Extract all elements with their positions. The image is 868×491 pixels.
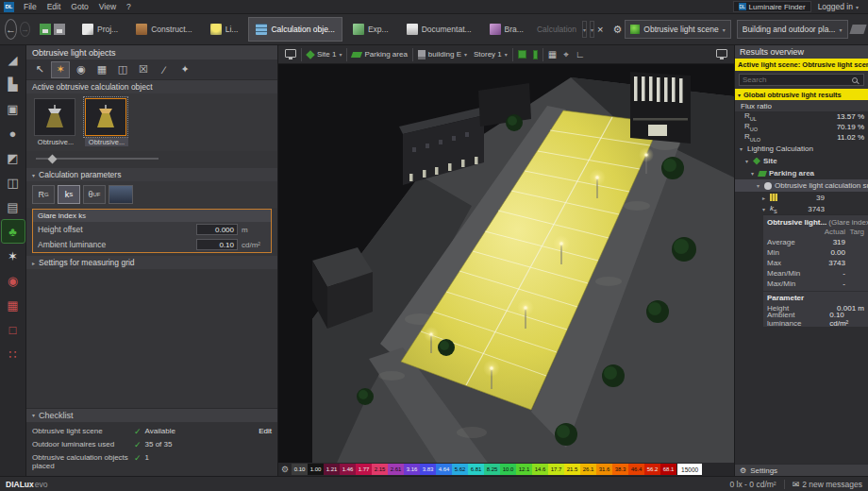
- site-icon: [306, 50, 315, 59]
- obtrusive-object-1[interactable]: Obtrusive...: [34, 98, 77, 146]
- scale-segment: 17.7: [548, 464, 564, 475]
- edit-link[interactable]: Edit: [259, 427, 272, 435]
- window-tool-icon[interactable]: ◫: [2, 171, 25, 194]
- cylinder-tool-icon[interactable]: ●: [2, 122, 25, 144]
- construction-tool-icon[interactable]: ◢: [2, 48, 25, 71]
- result-ks-row[interactable]: ▾ kS 3743: [735, 203, 868, 214]
- storey-selector[interactable]: Storey 1▾: [472, 47, 509, 62]
- grid-object-button[interactable]: ▦: [92, 61, 111, 78]
- global-results-header[interactable]: ▾ Global obtrusive light results: [735, 89, 868, 100]
- grid-toggle-button[interactable]: ▦: [546, 47, 559, 62]
- grid-points-icon[interactable]: ∷: [2, 343, 25, 365]
- menu-file[interactable]: File: [19, 2, 42, 11]
- drafting-view-button[interactable]: [851, 20, 865, 39]
- tree-lighting-calculation[interactable]: ▾ Lighting Calculation: [735, 143, 868, 155]
- glare-index-header[interactable]: Glare index kS: [33, 210, 271, 222]
- tree-parking-area[interactable]: ▾ Parking area: [735, 167, 868, 179]
- menu-edit[interactable]: Edit: [42, 2, 66, 11]
- settings-button[interactable]: ⚙: [612, 20, 622, 39]
- menu-help[interactable]: ?: [122, 2, 136, 11]
- calculation-button[interactable]: Calculation: [534, 25, 579, 34]
- door-tool-icon[interactable]: ▤: [2, 195, 25, 218]
- chevron-down-icon: ▾: [738, 92, 741, 98]
- select-tool-button[interactable]: ↖: [30, 61, 49, 78]
- search-input[interactable]: [743, 76, 837, 84]
- cancel-calculation-button[interactable]: ×: [597, 20, 603, 39]
- tree-site[interactable]: ▾ Site: [735, 155, 868, 167]
- back-button[interactable]: ←: [5, 19, 17, 40]
- results-settings-bar[interactable]: ⚙ Settings: [735, 464, 868, 476]
- calculation-area-icon[interactable]: □: [2, 318, 25, 341]
- tab-construction[interactable]: Construct...: [128, 17, 199, 42]
- uf-button[interactable]: θUF: [83, 185, 106, 204]
- menu-bar: DL File Edit Goto View ? DL Luminaire Fi…: [0, 0, 868, 14]
- slider-handle[interactable]: [48, 155, 58, 164]
- active-object-header: Active obtrusive calculation object: [26, 80, 277, 93]
- save-as-button[interactable]: [54, 20, 65, 39]
- chevron-down-icon: ▾: [32, 412, 35, 418]
- scale-segment: 1.77: [356, 464, 372, 475]
- show-column-button[interactable]: [531, 47, 540, 62]
- tab-export[interactable]: Exp...: [345, 17, 396, 42]
- snap-toggle-button[interactable]: ⌖: [561, 47, 571, 62]
- place-obtrusive-object-button[interactable]: ✶: [51, 61, 70, 78]
- scale-segment: 12.1: [516, 464, 532, 475]
- scale-segment: 1.21: [324, 464, 340, 475]
- menu-view[interactable]: View: [94, 2, 121, 11]
- result-value-row[interactable]: ▸ 39: [735, 192, 868, 203]
- messages-link[interactable]: 2 new messages: [802, 480, 862, 489]
- calculation-surface-icon[interactable]: ▦: [2, 294, 25, 316]
- checklist-item-luminaires: Outdoor luminaires used ✓ 35 of 35: [26, 438, 277, 451]
- scale-settings-gear-icon[interactable]: ⚙: [281, 465, 289, 474]
- start-calculation-dropdown[interactable]: ▾: [590, 21, 594, 38]
- fullscreen-view-button[interactable]: [714, 47, 729, 62]
- area-selector[interactable]: Parking area: [350, 47, 409, 62]
- building-selector[interactable]: building E▾: [416, 47, 469, 62]
- forward-button[interactable]: →: [20, 22, 30, 37]
- ks-button[interactable]: kS: [58, 185, 80, 204]
- login-menu[interactable]: Logged in▾: [812, 2, 864, 11]
- star-tool-button[interactable]: ✦: [175, 61, 194, 78]
- area-object-button[interactable]: ◫: [113, 61, 132, 78]
- parameter-title: Parameter: [763, 291, 868, 303]
- luminaire-object-button[interactable]: ◉: [72, 61, 91, 78]
- menu-goto[interactable]: Goto: [66, 2, 92, 11]
- calculation-point-icon[interactable]: ◉: [2, 269, 25, 292]
- vegetation-tool-icon[interactable]: ♣: [2, 220, 25, 243]
- view-mode-button[interactable]: [283, 47, 298, 62]
- scene-preview-button[interactable]: [108, 185, 133, 204]
- tab-documentation[interactable]: Documentat...: [399, 17, 479, 42]
- luminaire-finder-button[interactable]: DL Luminaire Finder: [733, 1, 811, 12]
- scale-max-value: 15000: [677, 464, 702, 475]
- calculation-dropdown-button[interactable]: ▾: [582, 21, 587, 38]
- extrusion-tool-icon[interactable]: ◩: [2, 146, 25, 169]
- search-field[interactable]: [739, 74, 864, 86]
- rg-button[interactable]: RG: [32, 185, 55, 204]
- context-dropdown[interactable]: Building and outdoor pla... ▾: [737, 20, 848, 39]
- luminaire-tool-icon[interactable]: ✶: [2, 245, 25, 267]
- measure-button[interactable]: ∟: [574, 47, 587, 62]
- show-site-button[interactable]: [516, 47, 528, 62]
- height-offset-input[interactable]: 0.000: [196, 224, 238, 235]
- tree-obtrusive-surface[interactable]: ▾ Obtrusive light calculation sur...: [735, 179, 868, 192]
- measuring-grid-header[interactable]: ▸Settings for measuring grid: [26, 256, 277, 269]
- cube-tool-icon[interactable]: ▣: [2, 97, 25, 120]
- site-selector[interactable]: Site 1▾: [305, 47, 343, 62]
- tab-brand[interactable]: Bra...: [482, 17, 531, 42]
- scene-3d-canvas[interactable]: [278, 64, 734, 463]
- scene-3d[interactable]: [278, 64, 734, 463]
- ambient-luminance-input[interactable]: 0.10: [196, 239, 238, 250]
- save-button[interactable]: [40, 20, 51, 39]
- obtrusive-object-2-selected[interactable]: Obtrusive...: [85, 98, 128, 146]
- delete-object-button[interactable]: ☒: [134, 61, 153, 78]
- calculation-parameters-header[interactable]: ▾Calculation parameters: [26, 168, 277, 181]
- thumbnail-size-slider[interactable]: [36, 153, 159, 164]
- light-scene-dropdown[interactable]: Obtrusive light scene ▾: [625, 20, 730, 39]
- tab-calculation-objects[interactable]: Calculation obje...: [248, 17, 342, 42]
- app-name-suffix: evo: [35, 480, 48, 489]
- tab-project[interactable]: Proj...: [75, 17, 125, 42]
- tab-light[interactable]: Li...: [203, 17, 246, 42]
- slash-tool-button[interactable]: ∕: [155, 61, 174, 78]
- furniture-tool-icon[interactable]: ▙: [2, 73, 25, 95]
- checklist-header[interactable]: ▾Checklist: [26, 409, 277, 422]
